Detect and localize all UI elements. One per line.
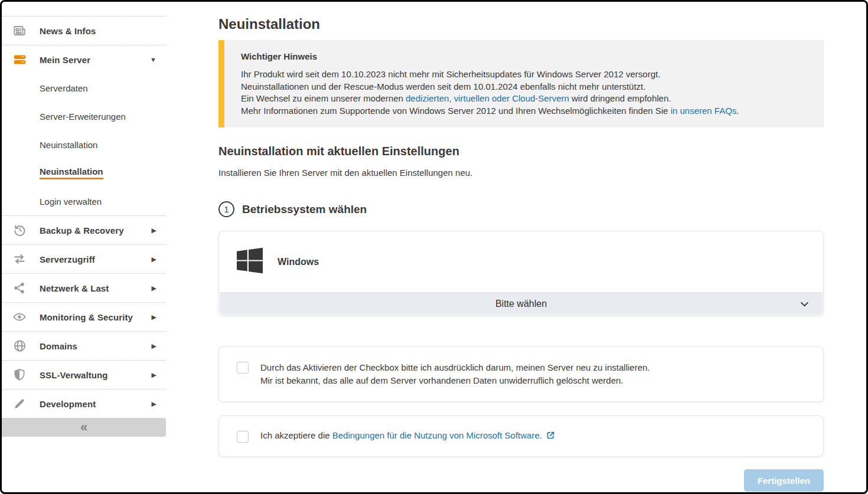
news-icon [11, 24, 28, 38]
reinstall-confirm-card: Durch das Aktivieren der Checkbox bitte … [218, 346, 824, 402]
sidebar-collapse-button[interactable]: « [2, 418, 166, 437]
step-header: 1 Betriebssystem wählen [218, 201, 824, 217]
chevron-right-icon: ▶ [152, 400, 159, 408]
notice-line: Neuinstallationen und der Rescue-Modus w… [241, 81, 810, 93]
notice-line: Mehr Informationen zum Supportende von W… [241, 105, 810, 117]
sidebar-item-mein-server[interactable]: Mein Server ▼ [2, 45, 166, 74]
server-icon [11, 53, 28, 67]
sidebar-item-label: News & Infos [40, 26, 159, 36]
sidebar-item-netzwerk-last[interactable]: Netzwerk & Last ▶ [2, 274, 166, 302]
sidebar-item-serverzugriff[interactable]: Serverzugriff ▶ [2, 245, 166, 273]
sidebar-item-label: Mein Server [40, 55, 150, 65]
collapse-icon: « [80, 421, 87, 434]
pencil-icon [11, 397, 28, 411]
sidebar: News & Infos Mein Server ▼ Serverdaten S… [2, 2, 166, 492]
shield-icon [11, 368, 28, 382]
main-content: Neuinstallation Wichtiger Hinweis Ihr Pr… [166, 2, 866, 492]
sidebar-item-backup-recovery[interactable]: Backup & Recovery ▶ [2, 216, 166, 244]
sidebar-subitem-neuinstallation[interactable]: Neuinstallation [2, 130, 166, 159]
finish-button[interactable]: Fertigstellen [744, 469, 824, 492]
step-title: Betriebssystem wählen [242, 203, 367, 216]
os-selection-card: Windows Bitte wählen [218, 231, 824, 316]
sidebar-subitem-serverdaten[interactable]: Serverdaten [2, 74, 166, 102]
section-title: Neuinstallation mit aktuellen Einstellun… [218, 145, 824, 158]
chevron-right-icon: ▶ [152, 256, 159, 263]
os-card-header: Windows [219, 231, 823, 292]
notice-line: Ihr Produkt wird seit dem 10.10.2023 nic… [241, 68, 810, 81]
license-confirm-text: Ich akzeptiere die Bedingungen für die N… [260, 429, 555, 443]
share-nodes-icon [11, 281, 28, 295]
faqs-link[interactable]: in unseren FAQs [671, 106, 737, 116]
license-confirm-checkbox[interactable] [237, 431, 249, 443]
microsoft-terms-link[interactable]: Bedingungen für die Nutzung von Microsof… [332, 430, 542, 440]
chevron-down-icon: ▼ [150, 56, 159, 63]
reinstall-confirm-text: Durch das Aktivieren der Checkbox bitte … [260, 361, 650, 387]
section-description: Installieren Sie Ihren Server mit den ak… [218, 168, 824, 178]
external-link-icon [544, 431, 555, 441]
eye-icon [11, 310, 28, 324]
select-value: Bitte wählen [495, 299, 547, 309]
chevron-right-icon: ▶ [152, 284, 159, 292]
chevron-right-icon: ▶ [152, 371, 159, 379]
sidebar-item-ssl-verwaltung[interactable]: SSL-Verwaltung ▶ [2, 361, 166, 389]
sidebar-item-development[interactable]: Development ▶ [2, 390, 166, 418]
important-notice: Wichtiger Hinweis Ihr Produkt wird seit … [218, 40, 824, 127]
sidebar-item-domains[interactable]: Domains ▶ [2, 332, 166, 360]
sidebar-item-monitoring-security[interactable]: Monitoring & Security ▶ [2, 303, 166, 331]
step-number-badge: 1 [218, 201, 234, 217]
chevron-right-icon: ▶ [152, 342, 159, 350]
server-upgrade-link[interactable]: dedizierten, virtuellen oder Cloud-Serve… [406, 93, 569, 103]
notice-line: Ein Wechsel zu einem unserer modernen de… [241, 93, 810, 105]
os-name-label: Windows [278, 257, 319, 267]
sidebar-item-news-infos[interactable]: News & Infos [2, 17, 166, 45]
notice-title: Wichtiger Hinweis [241, 51, 810, 61]
reinstall-confirm-checkbox[interactable] [237, 362, 249, 374]
chevron-down-icon [800, 299, 810, 312]
transfer-arrows-icon [11, 252, 28, 266]
sidebar-subitem-login-verwalten[interactable]: Login verwalten [2, 187, 166, 215]
sidebar-subitem-server-erweiterungen[interactable]: Server-Erweiterungen [2, 102, 166, 130]
globe-icon [11, 339, 28, 353]
page-title: Neuinstallation [218, 16, 824, 32]
sidebar-subitem-neuinstallation-active[interactable]: Neuinstallation [2, 159, 166, 187]
license-confirm-card: Ich akzeptiere die Bedingungen für die N… [218, 416, 824, 457]
history-icon [11, 223, 28, 237]
os-version-select[interactable]: Bitte wählen [220, 292, 823, 315]
windows-logo-icon [237, 247, 263, 276]
chevron-right-icon: ▶ [152, 227, 159, 234]
chevron-right-icon: ▶ [152, 313, 159, 321]
app-window: News & Infos Mein Server ▼ Serverdaten S… [0, 0, 868, 494]
actions-row: Fertigstellen [218, 469, 824, 492]
